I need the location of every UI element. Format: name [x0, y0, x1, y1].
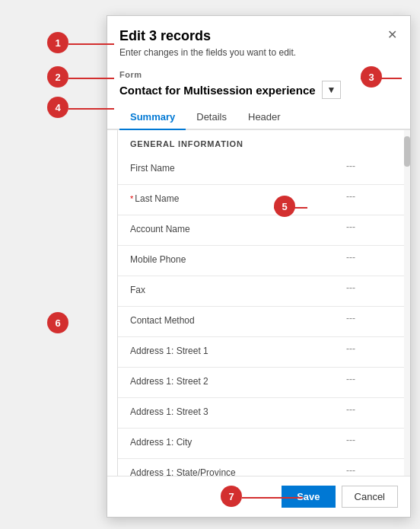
field-label: Contact Method	[130, 313, 346, 327]
tabs-row: Summary Details Header	[107, 105, 410, 130]
field-row: *Last Name---	[118, 185, 404, 215]
close-button[interactable]: ✕	[383, 25, 401, 43]
field-label: Address 1: Street 2	[130, 374, 346, 388]
field-value: ---	[346, 435, 392, 445]
field-value: ---	[346, 374, 392, 384]
field-row: Address 1: Street 3---	[118, 398, 404, 429]
field-row: Address 1: State/Province---	[118, 459, 404, 476]
dialog-header: Edit 3 records Enter changes in the fiel…	[107, 16, 410, 64]
field-value: ---	[346, 161, 392, 171]
arrow-1	[68, 43, 114, 45]
field-label: Address 1: Street 1	[130, 343, 346, 358]
arrow-4	[68, 108, 114, 110]
field-value: ---	[346, 404, 392, 415]
field-row: Account Name---	[118, 215, 404, 246]
field-row: Fax---	[118, 276, 404, 307]
field-row: Address 1: Street 2---	[118, 368, 404, 398]
annotation-2: 2	[47, 66, 68, 88]
field-value: ---	[346, 191, 392, 202]
field-row: First Name---	[118, 155, 404, 185]
arrow-2	[68, 78, 114, 79]
field-value: ---	[346, 465, 392, 476]
field-label: Account Name	[130, 221, 346, 236]
annotation-3: 3	[361, 66, 382, 88]
field-value: ---	[346, 313, 392, 323]
dialog-subtitle: Enter changes in the fields you want to …	[119, 47, 398, 58]
field-label: Address 1: City	[130, 435, 346, 449]
dialog-footer: Save Cancel	[107, 476, 410, 517]
dialog-title: Edit 3 records	[119, 28, 398, 44]
tab-summary[interactable]: Summary	[119, 105, 186, 130]
field-row: Address 1: City---	[118, 429, 404, 459]
tab-header[interactable]: Header	[237, 105, 291, 130]
field-row: Mobile Phone---	[118, 246, 404, 276]
field-label: Address 1: State/Province	[130, 465, 346, 476]
form-name: Contact for Multisession experience	[119, 84, 316, 97]
field-label: First Name	[130, 161, 346, 175]
annotation-7: 7	[221, 486, 242, 507]
field-value: ---	[346, 252, 392, 263]
field-label: *Last Name	[130, 191, 346, 206]
left-border-bar	[107, 130, 118, 476]
cancel-button[interactable]: Cancel	[342, 486, 398, 508]
annotation-1: 1	[47, 32, 68, 53]
scrollbar-track[interactable]	[404, 130, 410, 476]
field-value: ---	[346, 282, 392, 293]
field-label: Address 1: Street 3	[130, 404, 346, 419]
required-indicator: *	[130, 194, 133, 203]
main-content: GENERAL INFORMATION First Name---*Last N…	[118, 130, 404, 476]
content-area: GENERAL INFORMATION First Name---*Last N…	[107, 130, 410, 476]
annotation-6: 6	[47, 312, 68, 333]
field-value: ---	[346, 343, 392, 354]
form-selector-button[interactable]: ▼	[322, 81, 342, 99]
edit-dialog: Edit 3 records Enter changes in the fiel…	[107, 15, 411, 518]
section-title: GENERAL INFORMATION	[118, 130, 404, 155]
field-label: Mobile Phone	[130, 252, 346, 266]
form-label: Form	[119, 70, 142, 79]
annotation-4: 4	[47, 97, 68, 118]
field-row: Address 1: Street 1---	[118, 337, 404, 368]
annotation-5: 5	[274, 196, 295, 217]
tab-details[interactable]: Details	[186, 105, 237, 130]
fields-container: First Name---*Last Name---Account Name--…	[118, 155, 404, 476]
arrow-7	[242, 497, 303, 499]
field-value: ---	[346, 221, 392, 232]
field-row: Contact Method---	[118, 307, 404, 337]
field-label: Fax	[130, 282, 346, 297]
scrollbar-thumb[interactable]	[404, 136, 410, 167]
